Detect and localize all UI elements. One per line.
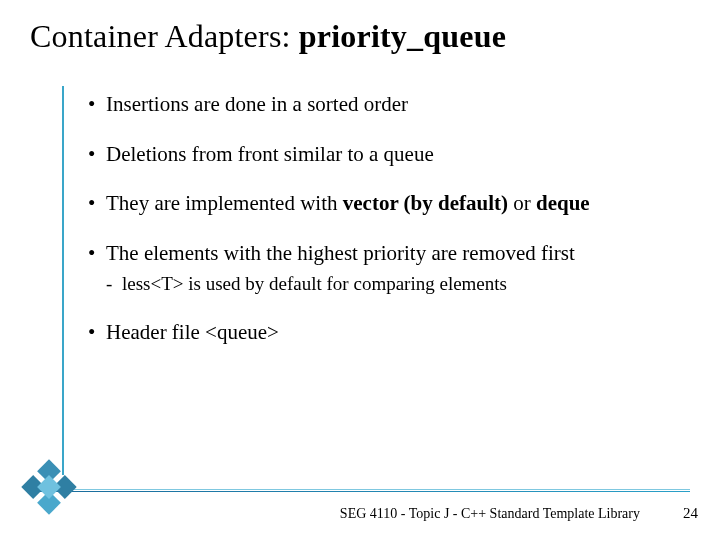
bullet-text: Header file <queue>: [106, 320, 680, 346]
bullet-dot-icon: •: [88, 191, 106, 217]
list-item: • The elements with the highest priority…: [88, 241, 680, 296]
text-run-bold: deque: [536, 191, 590, 215]
corner-decoration-icon: [14, 452, 84, 522]
text-run: less<T> is used by default for comparing…: [122, 273, 507, 294]
text-run: Insertions are done in a sorted order: [106, 92, 408, 116]
text-run: or: [508, 191, 536, 215]
svg-rect-2: [21, 475, 45, 499]
bullet-text: Deletions from front similar to a queue: [106, 142, 680, 168]
text-run-bold: vector (by default): [343, 191, 508, 215]
slide-title: Container Adapters: priority_queue: [30, 18, 506, 55]
svg-rect-1: [53, 475, 77, 499]
title-bold: priority_queue: [299, 18, 506, 54]
vertical-accent-line: [62, 86, 64, 475]
bullet-text: They are implemented with vector (by def…: [106, 191, 680, 217]
svg-rect-4: [37, 475, 61, 499]
svg-rect-0: [37, 459, 61, 483]
title-prefix: Container Adapters:: [30, 18, 299, 54]
slide: Container Adapters: priority_queue • Ins…: [0, 0, 720, 540]
page-number: 24: [683, 505, 698, 522]
bullet-dot-icon: •: [88, 320, 106, 346]
svg-rect-3: [37, 491, 61, 515]
bullet-dot-icon: •: [88, 241, 106, 267]
text-run: They are implemented with: [106, 191, 343, 215]
list-item: • They are implemented with vector (by d…: [88, 191, 680, 217]
bullet-text: The elements with the highest priority a…: [106, 241, 680, 267]
sub-list-item: - less<T> is used by default for compari…: [106, 272, 680, 295]
slide-content: • Insertions are done in a sorted order …: [88, 92, 680, 345]
footer-text: SEG 4110 - Topic J - C++ Standard Templa…: [340, 506, 640, 522]
bullet-dot-icon: •: [88, 142, 106, 168]
bullet-text: Insertions are done in a sorted order: [106, 92, 680, 118]
text-run: Deletions from front similar to a queue: [106, 142, 434, 166]
bullet-dot-icon: •: [88, 92, 106, 118]
sub-bullet-text: less<T> is used by default for comparing…: [122, 272, 680, 295]
text-run: Header file <queue>: [106, 320, 279, 344]
list-item: • Header file <queue>: [88, 320, 680, 346]
bullet-dash-icon: -: [106, 272, 122, 295]
list-item: • Deletions from front similar to a queu…: [88, 142, 680, 168]
list-item: • Insertions are done in a sorted order: [88, 92, 680, 118]
footer-divider: [30, 491, 690, 493]
text-run: The elements with the highest priority a…: [106, 241, 575, 265]
